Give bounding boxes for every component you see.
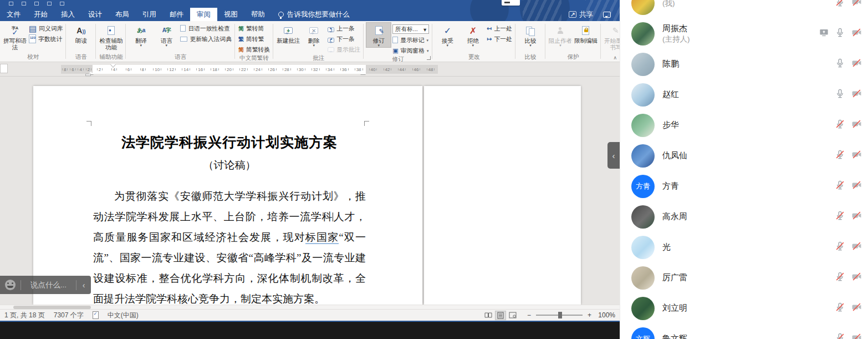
- quick-access-toolbar[interactable]: [9, 2, 64, 6]
- camera-muted-icon[interactable]: [851, 241, 862, 254]
- page-indicator[interactable]: 1 页, 共 18 页: [4, 311, 45, 320]
- ribbon-button-显示批注[interactable]: 显示批注: [328, 45, 360, 54]
- camera-muted-icon[interactable]: [851, 271, 862, 284]
- camera-muted-icon[interactable]: [851, 0, 862, 9]
- mic-muted-icon[interactable]: [835, 271, 845, 284]
- camera-muted-icon[interactable]: [851, 302, 862, 315]
- comments-icon[interactable]: [603, 12, 611, 18]
- language-indicator[interactable]: 中文(中国): [108, 311, 139, 320]
- ribbon-button-上一处[interactable]: ↤上一处: [487, 24, 512, 33]
- tab-引用[interactable]: 引用: [136, 8, 163, 21]
- ribbon-button-拒绝[interactable]: ✗拒绝▾: [460, 22, 486, 48]
- collapse-ribbon-icon[interactable]: ∧: [613, 55, 617, 60]
- participant-row[interactable]: 刘立明: [620, 293, 868, 323]
- participant-row[interactable]: 方青方青: [620, 171, 868, 201]
- web-layout-button[interactable]: [507, 311, 518, 320]
- chat-quick-bar[interactable]: 说点什么... ‹: [0, 276, 91, 294]
- ribbon-button-繁转简[interactable]: 简繁转简: [238, 24, 270, 33]
- ribbon-button-接受[interactable]: ✓接受▾: [435, 22, 460, 48]
- participant-row[interactable]: (我): [620, 0, 868, 18]
- emoji-icon[interactable]: [5, 280, 16, 290]
- tab-审阅[interactable]: 审阅: [190, 8, 217, 21]
- ribbon-button-简繁转换[interactable]: 简简繁转换: [238, 45, 270, 54]
- qat-icon[interactable]: [22, 2, 26, 6]
- participant-row[interactable]: 仇凤仙: [620, 140, 868, 171]
- mic-on-icon[interactable]: [835, 88, 845, 101]
- qat-icon[interactable]: [60, 2, 64, 6]
- ribbon-button-简转繁[interactable]: 繁简转繁: [238, 35, 270, 43]
- participant-row[interactable]: 厉广雷: [620, 262, 868, 293]
- document-page-1[interactable]: 法学院学科振兴行动计划实施方案 （讨论稿） 为贯彻落实《安徽师范大学学科振兴行动…: [33, 86, 422, 305]
- panel-collapse-handle[interactable]: ‹: [607, 142, 620, 169]
- ribbon-button-修订[interactable]: ✎修订▾: [366, 22, 391, 48]
- ribbon-button-限制编辑[interactable]: 限制编辑: [573, 22, 599, 44]
- tab-邮件[interactable]: 邮件: [163, 8, 190, 21]
- ribbon-button-删除[interactable]: ✕删除▾: [301, 22, 326, 48]
- tab-文件[interactable]: 文件: [0, 8, 27, 21]
- camera-muted-icon[interactable]: [851, 149, 862, 162]
- mic-muted-icon[interactable]: [835, 180, 845, 193]
- camera-muted-icon[interactable]: [851, 88, 862, 101]
- ribbon-button-显示标记[interactable]: 显示标记▾: [392, 36, 429, 44]
- word-count[interactable]: 7307 个字: [54, 311, 84, 320]
- camera-muted-icon[interactable]: [851, 332, 862, 339]
- ribbon-button-开始墨迹书写[interactable]: ✎开始墨迹书写: [603, 22, 620, 51]
- participant-row[interactable]: 陈鹏: [620, 49, 868, 79]
- participant-row[interactable]: 周振杰(主持人): [620, 18, 868, 49]
- proofing-status-icon[interactable]: [93, 311, 99, 319]
- tab-帮助[interactable]: 帮助: [244, 8, 272, 21]
- zoom-out-button[interactable]: −: [527, 311, 531, 319]
- mic-muted-icon[interactable]: [835, 149, 845, 162]
- tell-me-box[interactable]: 告诉我你想要做什么: [278, 8, 350, 21]
- ribbon-button-语言[interactable]: A字语言▾: [154, 22, 179, 48]
- first-line-indent-marker[interactable]: [110, 64, 116, 70]
- qat-icon[interactable]: [34, 2, 39, 6]
- chat-input-placeholder[interactable]: 说点什么...: [21, 280, 76, 290]
- print-layout-button[interactable]: [495, 311, 506, 320]
- chat-collapse-icon[interactable]: ‹: [76, 281, 91, 290]
- ribbon-button-新建批注[interactable]: +新建批注: [275, 22, 301, 44]
- camera-muted-icon[interactable]: [851, 210, 862, 223]
- participant-row[interactable]: 光: [620, 232, 868, 262]
- zoom-level[interactable]: 100%: [596, 311, 615, 319]
- document-page-2[interactable]: [424, 86, 581, 305]
- tab-设计[interactable]: 设计: [81, 8, 109, 21]
- ribbon-button-上一条[interactable]: ↰上一条: [328, 24, 360, 33]
- camera-muted-icon[interactable]: [851, 180, 862, 193]
- ribbon-button-检查辅助功能[interactable]: ●检查辅助功能: [98, 22, 124, 51]
- ribbon-button-审阅窗格[interactable]: ▣审阅窗格▾: [392, 47, 429, 55]
- participant-row[interactable]: 赵红: [620, 79, 868, 110]
- ribbon-button-翻译[interactable]: あa翻译▾: [128, 22, 154, 48]
- mic-on-icon[interactable]: [835, 58, 845, 70]
- tab-插入[interactable]: 插入: [54, 8, 81, 21]
- meeting-floating-control[interactable]: [502, 0, 520, 6]
- mic-muted-icon[interactable]: [835, 119, 845, 131]
- ribbon-button-拼写和语法[interactable]: 字A✓拼写和语法: [2, 22, 28, 51]
- mic-on-icon[interactable]: [835, 27, 845, 40]
- zoom-in-button[interactable]: +: [588, 311, 591, 319]
- zoom-slider[interactable]: [536, 315, 583, 316]
- tab-布局[interactable]: 布局: [109, 8, 136, 21]
- ribbon-button-下一处[interactable]: ↦下一处: [487, 35, 512, 43]
- camera-muted-icon[interactable]: [851, 27, 862, 40]
- participant-row[interactable]: 步华: [620, 110, 868, 140]
- dialog-launcher-icon[interactable]: [427, 56, 431, 60]
- mic-muted-icon[interactable]: [835, 210, 845, 223]
- ribbon-button-日语一致性检查[interactable]: 日语一致性检查: [180, 24, 232, 33]
- ribbon-button-更新输入法词典[interactable]: 更新输入法词典: [180, 35, 232, 43]
- ribbon-button-字数统计[interactable]: 123字数统计: [29, 35, 63, 43]
- zoom-slider-thumb[interactable]: [558, 312, 562, 318]
- ruler-corner-box[interactable]: [0, 64, 8, 73]
- share-button[interactable]: ↗共享: [569, 10, 593, 19]
- mic-muted-icon[interactable]: [835, 302, 845, 315]
- read-mode-button[interactable]: [483, 311, 494, 320]
- ribbon-button-下一条[interactable]: ↱下一条: [328, 35, 360, 43]
- ribbon-button-同义词库[interactable]: ▤同义词库: [29, 24, 63, 33]
- qat-icon[interactable]: [9, 2, 13, 6]
- mic-muted-icon[interactable]: [835, 241, 845, 254]
- left-indent-marker[interactable]: [85, 74, 91, 76]
- tab-视图[interactable]: 视图: [217, 8, 244, 21]
- tab-开始[interactable]: 开始: [27, 8, 54, 21]
- mic-muted-icon[interactable]: [835, 0, 845, 9]
- right-indent-marker[interactable]: [360, 69, 366, 74]
